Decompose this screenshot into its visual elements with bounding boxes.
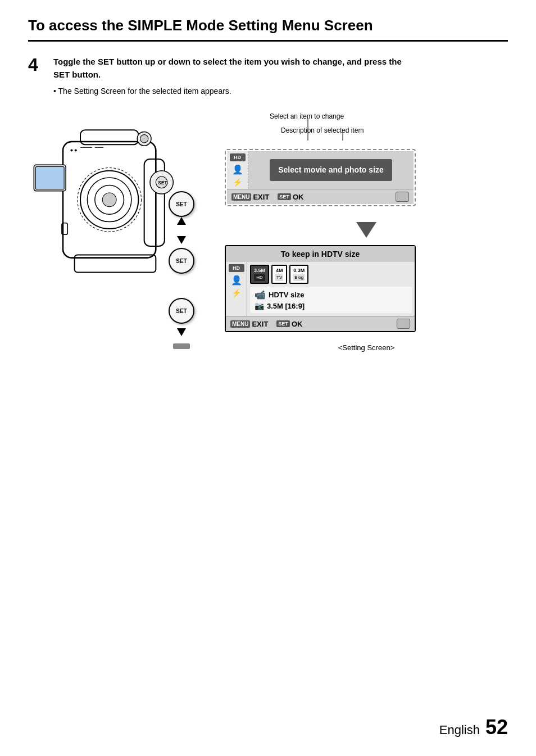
screen2-desc: 📹 HDTV size 📷 3.5M [16:9] [250, 287, 412, 313]
screen2-bolt-icon: ⚡ [231, 288, 241, 297]
screen1-footer: MENU EXIT SET OK [227, 189, 414, 204]
screen2-person-icon: 👤 [231, 275, 242, 286]
arrow-down-3 [177, 328, 186, 336]
page-language: English [439, 723, 480, 737]
screen2-exit-btn: MENU EXIT [230, 320, 268, 328]
screen2-footer: MENU EXIT SET OK [226, 316, 415, 331]
screen1-header-text: Select movie and photo size [270, 159, 392, 182]
screen2-ok-btn: SET OK [276, 320, 302, 328]
step-instruction: Toggle the SET button up or down to sele… [53, 56, 419, 81]
content-area: SET SET [28, 107, 508, 352]
svg-point-10 [140, 135, 148, 143]
screen2-header: To keep in HDTV size [226, 246, 415, 262]
arrow-up-1 [177, 217, 186, 225]
svg-rect-7 [35, 166, 64, 189]
menu-icon: MENU [231, 193, 251, 201]
screen1-ok-btn: SET OK [278, 193, 303, 201]
screen1-icons-col: HD 👤 ⚡ [227, 151, 248, 189]
screen1-shape-icon [396, 192, 409, 202]
set-button-3[interactable]: SET [169, 298, 194, 324]
arrow-down-icon [356, 222, 376, 238]
arrow-between-screens [225, 218, 508, 242]
svg-point-4 [102, 193, 116, 207]
camera-area: SET SET [28, 107, 214, 352]
screen2-desc-line2: 📷 3.5M [16:9] [255, 301, 407, 310]
screen2-options-row: 3.5M HD 4M TV 0.3M Blog [250, 265, 412, 284]
svg-rect-5 [80, 130, 138, 144]
set-icon-small-2: SET [276, 320, 290, 327]
label-lines [225, 107, 416, 146]
screen2-body: HD 👤 ⚡ 3.5M HD [226, 262, 415, 316]
arrow-down-2 [177, 236, 186, 244]
screen1-hd-icon: HD [230, 153, 246, 161]
option3: 0.3M Blog [289, 265, 308, 284]
screen1-exit-btn: MENU EXIT [231, 193, 269, 201]
screen2-hd-icon: HD [229, 264, 244, 272]
device-connector [173, 343, 190, 349]
step-number: 4 [28, 56, 45, 74]
option2: 4M TV [271, 265, 287, 284]
page-number: 52 [485, 716, 508, 739]
set-button-2[interactable]: SET [169, 248, 194, 274]
screen1-content: Select movie and photo size [248, 151, 414, 189]
svg-point-17 [70, 149, 72, 151]
screen1: HD 👤 ⚡ Select movie and photo size [225, 149, 416, 206]
option1: 3.5M HD [250, 265, 269, 284]
svg-point-18 [75, 149, 77, 151]
screen1-bolt-icon: ⚡ [233, 178, 242, 187]
step-row: 4 Toggle the SET button up or down to se… [28, 56, 508, 81]
setting-screen-label: <Setting Screen> [225, 343, 508, 352]
screen2-shape-icon [397, 319, 410, 329]
svg-text:SET: SET [158, 180, 167, 185]
set-icon-small: SET [278, 193, 291, 200]
screen2-desc-line1: 📹 HDTV size [255, 289, 407, 300]
screen2: To keep in HDTV size HD 👤 ⚡ [225, 245, 416, 332]
step-bullet: • The Setting Screen for the selected it… [53, 87, 508, 96]
page-title: To access the SIMPLE Mode Setting Menu S… [28, 17, 508, 42]
screen1-person-icon: 👤 [232, 164, 243, 175]
diagrams-area: Select an item to change Description of … [214, 107, 508, 352]
screen2-icons-col: HD 👤 ⚡ [226, 262, 247, 316]
page-footer: English 52 [439, 716, 508, 739]
set-button-1[interactable]: SET [169, 191, 194, 217]
page-container: SETUP To access the SIMPLE Mode Setting … [0, 0, 536, 756]
screen2-options-area: 3.5M HD 4M TV 0.3M Blog [247, 262, 415, 316]
menu-icon-2: MENU [230, 320, 250, 328]
labels-area: Select an item to change Description of … [225, 107, 508, 146]
